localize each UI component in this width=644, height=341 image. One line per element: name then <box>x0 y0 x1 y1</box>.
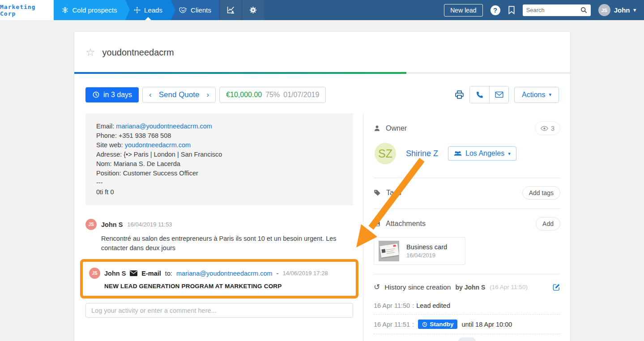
envelope-icon <box>130 270 137 276</box>
move-target-icon <box>134 7 141 13</box>
website-link[interactable]: youdontneedacrm.com <box>125 141 191 149</box>
views-count: 3 <box>551 124 554 132</box>
show-more-button[interactable]: ... <box>458 337 476 341</box>
comment-author: John S <box>101 221 123 228</box>
lead-title: youdontneedacrm <box>102 47 174 58</box>
snowflake-icon <box>62 7 68 13</box>
contact-info-box: Email: mariana@youdontneedacrm.com Phone… <box>85 113 353 205</box>
history-expand: ... <box>374 334 560 341</box>
step-next-chevron[interactable]: › <box>206 91 209 98</box>
bookmark-icon[interactable] <box>508 6 515 14</box>
attachment-icon <box>374 221 380 227</box>
history-heading: History since creation <box>384 283 451 291</box>
top-navbar: Marketing Corp Cold prospects Leads Clie… <box>0 0 644 20</box>
email-recipient-link[interactable]: mariana@youdontneedacrm.com <box>176 270 273 277</box>
chevron-down-icon: ▾ <box>633 7 636 13</box>
avatar: JS <box>85 219 97 230</box>
email-type-label: E-mail <box>141 270 161 277</box>
attachment-name: Business card <box>406 243 447 251</box>
history-entry: 16 Apr 11:50 : Lead edited <box>374 297 560 315</box>
owner-heading: Owner <box>386 124 407 132</box>
contact-button-group <box>469 86 509 103</box>
add-attachment-button[interactable]: Add <box>536 217 560 230</box>
history-icon: ↺ <box>374 282 380 292</box>
owner-section: Owner 3 SZ Shirine Z Los Angeles ▾ <box>374 113 560 178</box>
nav-tab-label: Clients <box>191 6 211 14</box>
highlighted-email-activity[interactable]: JS John S E-mail to: mariana@youdontneed… <box>80 259 358 298</box>
call-button[interactable] <box>470 86 489 103</box>
contact-line-position: Position: Customer Success Officer <box>96 169 342 178</box>
lead-sidebar: Owner 3 SZ Shirine Z Los Angeles ▾ <box>363 113 570 341</box>
lead-close-date: 01/07/2019 <box>283 91 319 99</box>
standby-badge: Standby <box>418 320 457 329</box>
envelope-icon <box>495 91 503 98</box>
email-subject: NEW LEAD GENERATION PROGRAM AT MARKETING… <box>104 283 350 290</box>
lead-detail-card: ☆ youdontneedacrm in 3 days ‹ Send Quote… <box>74 31 571 341</box>
email-button[interactable] <box>489 86 508 103</box>
print-icon[interactable] <box>455 90 464 99</box>
reminder-button[interactable]: in 3 days <box>85 87 139 102</box>
handshake-icon <box>179 7 187 13</box>
contact-line-name: Nom: Mariana S. De Lacerda <box>96 159 342 169</box>
stats-chart-icon <box>226 6 235 14</box>
actions-button[interactable]: Actions ▾ <box>514 87 559 103</box>
search-input[interactable] <box>526 7 580 13</box>
owner-avatar: SZ <box>375 143 396 164</box>
phone-icon <box>476 91 483 98</box>
email-separator: - <box>277 270 279 277</box>
owner-name[interactable]: Shirine Z <box>406 149 438 158</box>
nav-tab-statistics[interactable] <box>219 0 242 20</box>
avatar: JS <box>89 268 100 279</box>
nav-tab-clients[interactable]: Clients <box>171 0 219 20</box>
search-icon[interactable] <box>580 7 587 13</box>
lead-header: ☆ youdontneedacrm <box>74 32 570 72</box>
eye-icon <box>541 126 548 131</box>
contact-line-separator: --- <box>96 178 342 188</box>
comment-text: Rencontré au salon des entrepreneurs à P… <box>101 234 353 253</box>
edit-icon[interactable] <box>553 283 560 291</box>
step-prev-chevron[interactable]: ‹ <box>149 91 152 98</box>
user-menu[interactable]: JS John ▾ <box>598 4 636 16</box>
business-card-thumbnail <box>379 241 399 261</box>
history-section: ↺ History since creation by John S (16 A… <box>374 274 560 341</box>
attachment-item[interactable]: Business card 16/04/2019 <box>374 237 465 265</box>
step-label[interactable]: Send Quote <box>159 90 200 99</box>
add-tags-button[interactable]: Add tags <box>522 186 560 200</box>
lead-probability: 75% <box>265 91 280 99</box>
attachment-date: 16/04/2019 <box>406 252 447 259</box>
new-lead-button[interactable]: New lead <box>444 4 482 17</box>
nav-tab-leads[interactable]: Leads <box>125 0 171 20</box>
email-to-label: to: <box>165 270 172 277</box>
team-selector-button[interactable]: Los Angeles ▾ <box>448 146 516 161</box>
contact-line-address: Adresse: {•> Paris | London | San Franci… <box>96 150 342 159</box>
people-icon <box>454 150 462 157</box>
star-icon[interactable]: ☆ <box>85 46 95 59</box>
views-badge[interactable]: 3 <box>535 121 560 135</box>
nav-tab-cold-prospects[interactable]: Cold prospects <box>54 0 125 20</box>
clock-icon <box>92 91 100 98</box>
nav-tab-label: Leads <box>144 6 162 14</box>
user-avatar: JS <box>598 4 610 16</box>
attachments-heading: Attachments <box>386 220 426 228</box>
lead-main-column: Email: mariana@youdontneedacrm.com Phone… <box>74 113 363 341</box>
tags-section: Tags Add tags <box>374 178 560 209</box>
step-stepper: ‹ Send Quote › <box>142 87 216 103</box>
person-icon <box>374 125 380 132</box>
activity-comment: JS John S 16/04/2019 11:53 Rencontré au … <box>85 219 353 253</box>
help-icon[interactable]: ? <box>490 5 500 15</box>
email-link[interactable]: mariana@youdontneedacrm.com <box>116 123 212 130</box>
nav-tab-settings[interactable] <box>242 0 264 20</box>
contact-line-email: Email: mariana@youdontneedacrm.com <box>96 122 342 131</box>
email-author: John S <box>104 270 126 277</box>
search-box[interactable] <box>523 4 591 16</box>
company-logo[interactable]: Marketing Corp <box>0 0 54 20</box>
attachments-section: Attachments Add <box>374 209 560 274</box>
email-timestamp: 14/06/2019 17:28 <box>282 270 328 277</box>
user-name: John <box>614 6 630 14</box>
lead-value-box[interactable]: €10,000.00 75% 01/07/2019 <box>219 87 326 103</box>
tags-heading: Tags <box>386 189 401 197</box>
comment-input[interactable] <box>85 303 353 318</box>
chevron-down-icon: ▾ <box>549 92 551 98</box>
reminder-label: in 3 days <box>103 91 132 99</box>
history-created-date: (16 Apr 11:50) <box>490 284 528 290</box>
